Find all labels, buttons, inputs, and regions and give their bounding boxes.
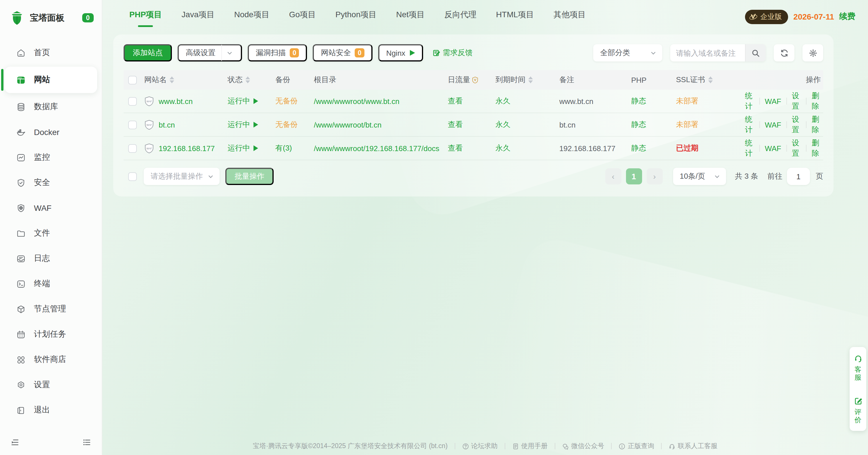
contact-support-link[interactable]: 联系人工客服 — [669, 442, 717, 450]
search-button[interactable] — [745, 44, 766, 62]
sidebar-item-waf[interactable]: WAF — [0, 195, 102, 221]
wechat-link[interactable]: 微信公众号 — [562, 442, 604, 450]
tab-html[interactable]: HTML项目 — [496, 5, 534, 28]
advanced-settings-button[interactable]: 高级设置 — [178, 44, 242, 62]
ssl-status[interactable]: 未部署 — [676, 120, 699, 130]
status-text[interactable]: 运行中 — [228, 120, 250, 130]
tab-go[interactable]: Go项目 — [289, 5, 316, 28]
expire-text[interactable]: 永久 — [496, 96, 510, 106]
current-page[interactable]: 1 — [626, 168, 642, 185]
root-dir-link[interactable]: /www/wwwroot/bt.cn — [314, 120, 382, 129]
delete-link[interactable]: 删除 — [812, 91, 821, 111]
goto-page-input[interactable] — [787, 168, 810, 185]
waf-link[interactable]: WAF — [765, 144, 781, 153]
php-version[interactable]: 静态 — [631, 96, 646, 106]
next-page-button[interactable]: › — [646, 168, 662, 185]
feedback-link[interactable]: 需求反馈 — [432, 48, 472, 58]
row-checkbox[interactable] — [128, 144, 137, 153]
expire-text[interactable]: 永久 — [496, 120, 510, 130]
sidebar-item-settings[interactable]: 设置 — [0, 372, 102, 397]
col-ssl[interactable]: SSL证书 — [676, 75, 745, 85]
remark-text[interactable]: www.bt.cn — [559, 97, 593, 105]
sort-icon[interactable] — [245, 76, 250, 83]
tab-node[interactable]: Node项目 — [234, 5, 270, 28]
sidebar-item-database[interactable]: 数据库 — [0, 94, 102, 120]
waf-link[interactable]: WAF — [765, 97, 781, 105]
sidebar-item-appstore[interactable]: 软件商店 — [0, 347, 102, 372]
delete-link[interactable]: 删除 — [812, 114, 821, 135]
root-dir-link[interactable]: /www/wwwroot/www.bt.cn — [314, 97, 400, 105]
sidebar-item-nodes[interactable]: 节点管理 — [0, 296, 102, 322]
forum-help-link[interactable]: 论坛求助 — [462, 442, 498, 450]
backup-status[interactable]: 有(3) — [275, 143, 292, 153]
sidebar-item-home[interactable]: 首页 — [0, 40, 102, 65]
tab-net[interactable]: Net项目 — [396, 5, 425, 28]
site-name-link[interactable]: 192.168.168.177 — [159, 144, 215, 153]
stats-link[interactable]: 统计 — [745, 138, 754, 159]
backup-status[interactable]: 无备份 — [275, 96, 298, 106]
page-size-select[interactable]: 10条/页 — [673, 168, 726, 185]
col-status[interactable]: 状态 — [228, 75, 275, 85]
sidebar-item-logout[interactable]: 退出 — [0, 397, 102, 423]
sidebar-item-website[interactable]: 网站 — [5, 67, 97, 93]
renew-link[interactable]: 续费 — [839, 11, 855, 22]
nginx-button[interactable]: Nginx — [378, 44, 423, 62]
expire-text[interactable]: 永久 — [496, 143, 510, 153]
sidebar-item-security[interactable]: 安全 — [0, 170, 102, 195]
waf-link[interactable]: WAF — [765, 120, 781, 129]
row-checkbox[interactable] — [128, 120, 137, 129]
settings-link[interactable]: 设置 — [792, 91, 801, 111]
site-name-link[interactable]: bt.cn — [159, 120, 175, 129]
sort-icon[interactable] — [169, 76, 174, 83]
prev-page-button[interactable]: ‹ — [605, 168, 621, 185]
batch-select-all-checkbox[interactable] — [128, 172, 137, 181]
stats-link[interactable]: 统计 — [745, 91, 754, 111]
enterprise-badge[interactable]: 企业版 — [745, 9, 788, 24]
delete-link[interactable]: 删除 — [812, 138, 821, 159]
remark-text[interactable]: bt.cn — [559, 120, 576, 129]
collapse-sidebar-icon[interactable] — [10, 438, 20, 449]
traffic-link[interactable]: 查看 — [448, 96, 463, 106]
add-site-button[interactable]: 添加站点 — [124, 44, 172, 62]
tab-other[interactable]: 其他项目 — [554, 5, 586, 28]
tab-php[interactable]: PHP项目 — [129, 5, 162, 28]
traffic-link[interactable]: 查看 — [448, 143, 463, 153]
batch-action-select[interactable]: 请选择批量操作 — [144, 168, 220, 185]
sidebar-item-logs[interactable]: 日志 — [0, 246, 102, 271]
remark-text[interactable]: 192.168.168.177 — [559, 144, 615, 153]
category-select[interactable]: 全部分类 — [593, 44, 662, 62]
backup-status[interactable]: 无备份 — [275, 120, 298, 130]
sidebar-item-docker[interactable]: Docker — [0, 120, 102, 145]
sort-icon[interactable] — [708, 76, 713, 83]
root-dir-link[interactable]: /www/wwwroot/192.168.168.177/docs — [314, 144, 439, 153]
table-settings-button[interactable] — [803, 44, 823, 62]
stats-link[interactable]: 统计 — [745, 114, 754, 135]
sidebar-item-monitor[interactable]: 监控 — [0, 145, 102, 170]
ssl-status[interactable]: 未部署 — [676, 96, 699, 106]
review-button[interactable]: 评价 — [853, 396, 863, 424]
status-text[interactable]: 运行中 — [228, 143, 250, 153]
status-text[interactable]: 运行中 — [228, 96, 250, 106]
traffic-link[interactable]: 查看 — [448, 120, 463, 130]
site-name-link[interactable]: www.bt.cn — [159, 97, 193, 105]
refresh-button[interactable] — [774, 44, 795, 62]
sidebar-item-cron[interactable]: 计划任务 — [0, 322, 102, 347]
menu-list-icon[interactable] — [82, 438, 91, 449]
settings-link[interactable]: 设置 — [792, 114, 801, 135]
ssl-status[interactable]: 已过期 — [676, 143, 699, 153]
row-checkbox[interactable] — [128, 97, 137, 105]
tab-python[interactable]: Python项目 — [335, 5, 376, 28]
col-expire-time[interactable]: 到期时间 — [496, 75, 559, 85]
settings-link[interactable]: 设置 — [792, 138, 801, 159]
select-all-checkbox[interactable] — [128, 75, 137, 84]
vuln-scan-button[interactable]: 漏洞扫描 0 — [248, 44, 307, 62]
manual-link[interactable]: 使用手册 — [512, 442, 548, 450]
search-input[interactable] — [670, 44, 745, 62]
sort-icon[interactable] — [528, 76, 533, 83]
php-version[interactable]: 静态 — [631, 143, 646, 153]
col-site-name[interactable]: 网站名 — [144, 75, 228, 85]
genuine-check-link[interactable]: 正版查询 — [619, 442, 654, 450]
site-security-button[interactable]: 网站安全 0 — [313, 44, 372, 62]
tab-java[interactable]: Java项目 — [182, 5, 215, 28]
php-version[interactable]: 静态 — [631, 120, 646, 130]
